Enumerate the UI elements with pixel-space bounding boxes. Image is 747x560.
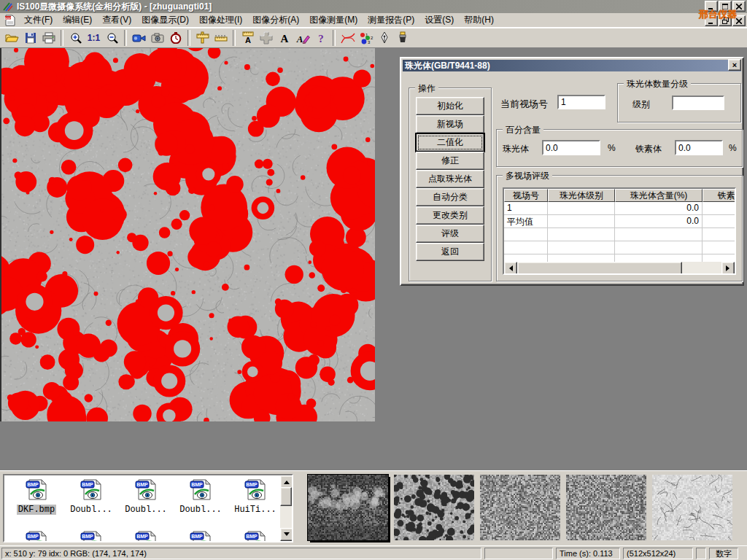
print-button[interactable] [39, 29, 58, 47]
col-pearlite-content[interactable]: 珠光体含量(%) [615, 189, 703, 202]
zoom-out-icon [107, 32, 118, 44]
table-horizontal-scrollbar[interactable] [504, 262, 735, 273]
file-item-doubl1[interactable]: BMP Doubl... [65, 478, 117, 515]
file-item-doubl2[interactable]: BMP Doubl... [120, 478, 172, 515]
scroll-right-button[interactable] [721, 262, 735, 275]
menu-image-analysis[interactable]: 图像分析(A) [247, 12, 304, 28]
table-row[interactable] [504, 228, 735, 241]
dialog-title: 珠光体(GB/T9441-88) [403, 60, 490, 72]
ferrite-percent-input[interactable] [675, 140, 723, 155]
new-field-button[interactable]: 新视场 [416, 115, 484, 133]
svg-text:A: A [280, 33, 288, 44]
file-item-partial[interactable]: BMP [229, 529, 282, 542]
count-marks-button[interactable]: 123 [357, 29, 375, 47]
level-input[interactable] [672, 96, 724, 110]
zoom-out-button[interactable] [103, 29, 121, 47]
menu-edit[interactable]: 编辑(E) [58, 12, 97, 28]
actual-size-button[interactable]: 1:1 [85, 29, 103, 47]
bmp-file-icon: BMP [24, 493, 49, 503]
scrollbar-thumb[interactable] [280, 487, 292, 506]
curve-measure-button[interactable] [338, 29, 357, 47]
file-item-partial[interactable]: BMP [174, 529, 227, 542]
init-button[interactable]: 初始化 [416, 97, 484, 115]
svg-text:BMP: BMP [191, 482, 203, 487]
timer-button[interactable] [166, 29, 185, 47]
edit-text-button[interactable]: A [293, 29, 311, 47]
sample-thumbnail-5[interactable] [652, 475, 732, 540]
file-item-dkf[interactable]: BMP DKF.bmp [10, 478, 63, 515]
brush-icon [398, 31, 408, 44]
table-row[interactable] [504, 241, 735, 254]
menu-image-processing[interactable]: 图像处理(I) [194, 12, 247, 28]
binarize-button[interactable]: 二值化 [416, 133, 484, 152]
auto-classify-button[interactable]: 自动分类 [416, 188, 484, 206]
menu-image-display[interactable]: 图像显示(D) [136, 12, 194, 28]
scrollbar-thumb[interactable] [517, 262, 682, 275]
open-icon [5, 32, 19, 44]
file-item-huiti[interactable]: BMP HuiTi... [229, 478, 282, 515]
sample-thumbnail-1[interactable] [308, 475, 388, 540]
change-class-button[interactable]: 更改类别 [416, 206, 484, 225]
help-button[interactable]: ? [311, 29, 330, 47]
micrograph-canvas[interactable] [1, 48, 375, 421]
save-button[interactable] [21, 29, 39, 47]
file-name: Doubl... [69, 505, 114, 515]
menu-settings[interactable]: 设置(S) [419, 12, 459, 28]
scroll-down-button[interactable] [280, 528, 293, 541]
level-label: 级别 [632, 98, 650, 111]
return-button[interactable]: 返回 [416, 243, 484, 261]
zoom-in-button[interactable] [66, 29, 85, 47]
grid-button[interactable] [257, 29, 275, 47]
snapshot-button[interactable] [148, 29, 166, 47]
menu-file[interactable]: 文件(F) [19, 12, 58, 28]
sample-thumbnail-3[interactable] [480, 475, 560, 540]
svg-text:BMP: BMP [82, 534, 93, 539]
svg-text:BMP: BMP [136, 482, 148, 487]
svg-text:BMP: BMP [246, 482, 258, 487]
dialog-close-button[interactable]: × [728, 59, 741, 71]
col-ferrite-content[interactable]: 铁素体含量(%) [703, 189, 736, 202]
correct-button[interactable]: 修正 [416, 152, 484, 170]
file-list-scrollbar[interactable] [280, 475, 292, 541]
measure-text-button[interactable]: A [239, 29, 257, 47]
measure-text-icon: A [241, 31, 255, 44]
video-capture-button[interactable] [130, 29, 148, 47]
application-window: IS100显微摄像系统(金相分析版) - [zhuguangti01] 邢台仪器… [0, 0, 747, 560]
table-row[interactable]: 1 0.0 [504, 202, 735, 215]
current-field-input[interactable] [557, 95, 605, 109]
brush-button[interactable] [393, 29, 411, 47]
file-item-partial[interactable]: BMP [65, 529, 117, 542]
menu-image-measure[interactable]: 图像测量(M) [304, 12, 363, 28]
cell-pearlite-grade [548, 215, 615, 228]
open-button[interactable] [3, 29, 21, 47]
menu-help[interactable]: 帮助(H) [459, 12, 499, 28]
app-logo-icon [2, 1, 14, 12]
menu-view[interactable]: 查看(V) [97, 12, 136, 28]
dialog-title-bar[interactable]: 珠光体(GB/T9441-88) [403, 60, 741, 71]
sample-thumbnail-2[interactable] [394, 475, 474, 540]
caliper-button[interactable] [193, 29, 212, 47]
pearlite-unit: % [608, 143, 616, 153]
sample-thumbnail-4[interactable] [566, 475, 646, 540]
file-item-partial[interactable]: BMP [10, 529, 63, 542]
color-picker-button[interactable] [375, 29, 393, 47]
ruler-button[interactable] [212, 29, 230, 47]
save-icon [25, 32, 36, 44]
multi-field-table[interactable]: 视场号 珠光体级别 珠光体含量(%) 铁素体含量(%) 1 0.0 平均值 0.… [503, 187, 736, 275]
text-label-button[interactable]: A [275, 29, 293, 47]
file-list[interactable]: BMP DKF.bmp BMP Doubl... BMP Doubl... BM… [3, 474, 293, 542]
file-item-doubl3[interactable]: BMP Doubl... [174, 478, 227, 515]
scroll-left-button[interactable] [504, 262, 517, 275]
pearlite-percent-input[interactable] [542, 140, 600, 155]
file-item-partial[interactable]: BMP [120, 529, 172, 542]
pick-pearlite-button[interactable]: 点取珠光体 [416, 170, 484, 188]
menu-measure-report[interactable]: 测量报告(P) [363, 12, 419, 28]
col-pearlite-grade[interactable]: 珠光体级别 [548, 189, 615, 202]
svg-text:DOC: DOC [5, 16, 12, 20]
ferrite-label: 铁素体 [635, 143, 662, 155]
grade-button[interactable]: 评级 [416, 225, 484, 243]
micrograph-image[interactable] [1, 48, 375, 421]
right-arrow-icon [726, 265, 732, 271]
table-row[interactable]: 平均值 0.0 [504, 215, 735, 228]
col-field-number[interactable]: 视场号 [504, 189, 548, 202]
